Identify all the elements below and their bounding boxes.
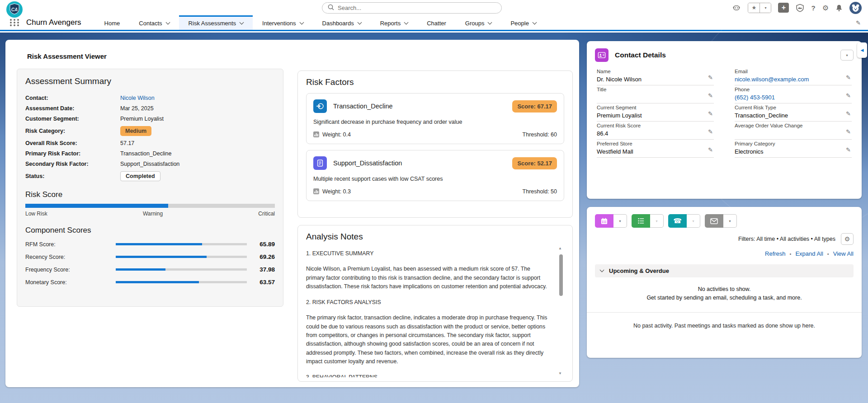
upcoming-overdue-section[interactable]: Upcoming & Overdue xyxy=(595,264,854,277)
page-title: Risk Assessment Viewer xyxy=(27,52,107,60)
activity-filters-label: Filters: All time • All activities • All… xyxy=(738,236,835,242)
chevron-down-icon xyxy=(404,20,409,25)
tab-contacts[interactable]: Contacts xyxy=(129,15,179,30)
tab-risk-assessments[interactable]: Risk Assessments xyxy=(179,15,253,30)
summary-row-secondary-factor: Secondary Risk Factor:Support_Dissatisfa… xyxy=(25,159,275,169)
tab-dashboards[interactable]: Dashboards xyxy=(313,15,371,30)
divider xyxy=(587,312,862,313)
help-icon[interactable]: ? xyxy=(811,4,815,12)
edit-pencil-icon[interactable]: ✎ xyxy=(708,110,713,117)
risk-assessment-viewer-card: Risk Assessment Viewer Assessment Summar… xyxy=(5,40,579,387)
einstein-icon[interactable] xyxy=(732,4,741,12)
chevron-down-icon xyxy=(357,20,362,25)
support-dissatisfaction-icon xyxy=(313,156,327,170)
risk-factor-name: Support_Dissatisfaction xyxy=(333,159,402,167)
edit-pencil-icon[interactable]: ✎ xyxy=(846,146,851,153)
risk-factor-description: Significant decrease in purchase frequen… xyxy=(313,119,557,125)
star-icon[interactable]: ★ xyxy=(748,3,760,13)
edit-pencil-icon[interactable]: ✎ xyxy=(846,92,851,99)
edit-pencil-icon[interactable]: ✎ xyxy=(708,128,713,135)
chevron-down-icon xyxy=(600,268,604,272)
expand-all-link[interactable]: Expand All xyxy=(795,250,823,257)
risk-category-badge: Medium xyxy=(120,126,151,136)
field-avg-order-value-change: Average Order Value Change✎ xyxy=(735,122,852,140)
email-caret-button[interactable]: ▾ xyxy=(723,214,737,228)
component-row-rfm: RFM Score:65.89 xyxy=(25,241,275,248)
edit-navbar-pencil-icon[interactable]: ✎ xyxy=(856,19,861,26)
user-avatar[interactable] xyxy=(849,2,862,14)
app-launcher-icon[interactable] xyxy=(10,19,20,26)
notifications-bell-icon[interactable] xyxy=(835,4,843,12)
tab-chatter[interactable]: Chatter xyxy=(417,15,456,30)
scroll-down-icon[interactable]: ▼ xyxy=(558,371,562,375)
past-activity-text: No past activity. Past meetings and task… xyxy=(587,323,862,329)
notes-section-heading: 2. RISK FACTORS ANALYSIS xyxy=(306,298,549,307)
new-event-caret-button[interactable]: ▾ xyxy=(613,214,627,228)
notes-scrollbar[interactable]: ▲ ▼ xyxy=(557,246,564,375)
setup-icon[interactable]: ⚙ xyxy=(822,4,829,12)
analysis-notes-panel: Analysis Notes 1. EXECUTIVE SUMMARY Nico… xyxy=(297,225,573,382)
log-call-button[interactable]: ☎ xyxy=(668,214,687,228)
guidance-icon[interactable] xyxy=(796,4,804,12)
risk-factors-title: Risk Factors xyxy=(306,77,564,87)
chevron-down-icon xyxy=(532,20,537,25)
analysis-notes-body[interactable]: 1. EXECUTIVE SUMMARY Nicole Wilson, a Pr… xyxy=(306,243,564,377)
tab-groups[interactable]: Groups xyxy=(456,15,501,30)
new-event-button[interactable] xyxy=(595,214,613,228)
svg-text:CA: CA xyxy=(11,7,18,12)
tab-home[interactable]: Home xyxy=(95,15,130,30)
tab-interventions[interactable]: Interventions xyxy=(253,15,312,30)
tab-reports[interactable]: Reports xyxy=(371,15,418,30)
notes-paragraph: The primary risk factor, transaction dec… xyxy=(306,314,549,366)
summary-row-contact: Contact:Nicole Wilson xyxy=(25,93,275,103)
summary-row-primary-factor: Primary Risk Factor:Transaction_Decline xyxy=(25,148,275,159)
edit-pencil-icon[interactable]: ✎ xyxy=(708,74,713,81)
risk-score-bar-fill xyxy=(25,204,168,208)
chevron-down-icon xyxy=(488,20,492,25)
summary-row-status: Status:Completed xyxy=(25,169,275,183)
main-content: Risk Assessment Viewer Assessment Summar… xyxy=(0,33,868,403)
assessment-summary-title: Assessment Summary xyxy=(25,76,275,86)
new-task-caret-button[interactable]: ▾ xyxy=(650,214,664,228)
edit-pencil-icon[interactable]: ✎ xyxy=(846,74,851,81)
tab-people[interactable]: People xyxy=(501,15,545,30)
edit-pencil-icon[interactable]: ✎ xyxy=(846,128,851,135)
notes-paragraph: Nicole Wilson, a Premium Loyalist, has b… xyxy=(306,265,549,291)
edit-pencil-icon[interactable]: ✎ xyxy=(708,92,713,99)
contact-link[interactable]: Nicole Wilson xyxy=(120,95,155,101)
expand-panel-button[interactable]: ◀ xyxy=(857,42,867,58)
view-all-link[interactable]: View All xyxy=(833,250,854,257)
field-name: NameDr. Nicole Wilson✎ xyxy=(597,67,714,85)
risk-factor-weight: Weight: 0.4 xyxy=(313,131,351,138)
chevron-down-icon xyxy=(299,20,304,25)
global-search[interactable]: Search... xyxy=(322,2,502,14)
scrollbar-thumb[interactable] xyxy=(559,254,563,296)
scroll-up-icon[interactable]: ▲ xyxy=(558,246,562,250)
bar-chart-icon xyxy=(313,188,319,194)
nav-tabs: Home Contacts Risk Assessments Intervent… xyxy=(95,15,546,30)
edit-pencil-icon[interactable]: ✎ xyxy=(708,146,713,153)
component-scores-heading: Component Scores xyxy=(25,226,275,235)
activity-card: ▾ ▾ ☎ ▾ ▾ Filters: All time • All activi… xyxy=(587,207,862,358)
email-button[interactable] xyxy=(705,214,723,228)
chevron-down-icon xyxy=(240,20,244,25)
refresh-link[interactable]: Refresh xyxy=(765,250,786,257)
risk-factors-panel: Risk Factors Transaction_Decline Score: … xyxy=(297,70,573,218)
field-email: Emailnicole.wilson@example.com✎ xyxy=(735,67,852,85)
component-row-frequency: Frequency Score:37.98 xyxy=(25,266,275,273)
risk-factor-card-transaction: Transaction_Decline Score: 67.17 Signifi… xyxy=(306,93,564,144)
activity-filter-gear-button[interactable]: ⚙ xyxy=(841,233,854,245)
field-phone: Phone(652) 453-5901✎ xyxy=(735,85,852,103)
risk-score-scale: Low Risk Warning Critical xyxy=(25,211,275,217)
new-task-button[interactable] xyxy=(632,214,650,228)
notes-section-heading: 1. EXECUTIVE SUMMARY xyxy=(306,249,549,258)
transaction-decline-icon xyxy=(313,99,327,113)
risk-factor-threshold: Threshold: 50 xyxy=(523,188,557,195)
global-actions-button[interactable]: + xyxy=(778,3,789,13)
log-call-caret-button[interactable]: ▾ xyxy=(687,214,700,228)
favorites-caret-icon[interactable]: ▾ xyxy=(760,3,771,13)
edit-pencil-icon[interactable]: ✎ xyxy=(846,110,851,117)
favorites-button[interactable]: ★ ▾ xyxy=(748,3,771,13)
field-current-risk-score: Current Risk Score86.4✎ xyxy=(597,122,714,140)
contact-details-menu-button[interactable]: ▾ xyxy=(840,50,854,61)
